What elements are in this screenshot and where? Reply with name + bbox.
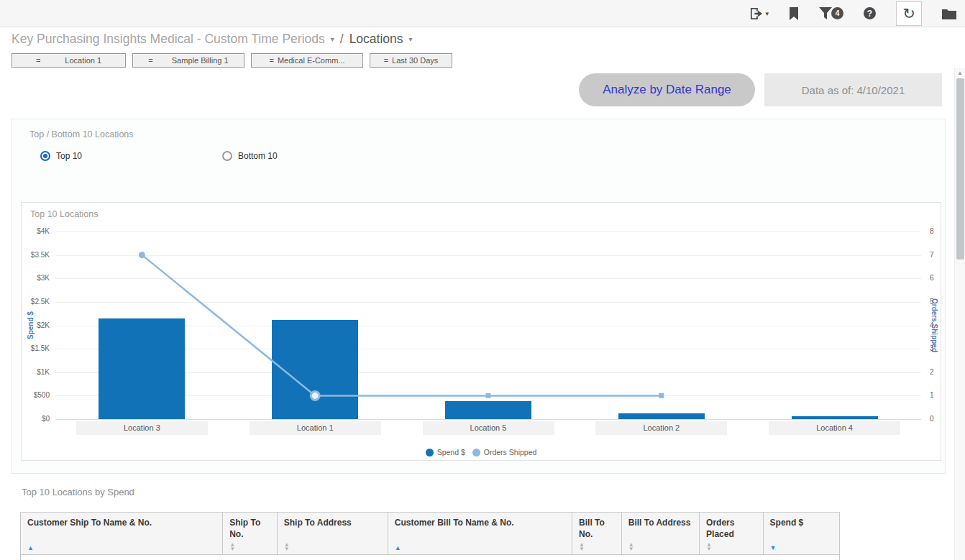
column-header[interactable]: Customer Bill To Name & No.▲ (388, 513, 572, 554)
chip-operator: = (270, 56, 274, 65)
chip-label: Medical E-Comm... (278, 56, 345, 65)
sort-unsorted-icon: ▲▼ (579, 543, 615, 551)
sort-asc-icon: ▲ (27, 544, 216, 551)
page-dropdown-locations[interactable]: Locations (349, 32, 403, 47)
column-header-label: Bill To No. (579, 517, 615, 540)
x-axis-category-label: Location 2 (595, 421, 727, 435)
left-axis-tick: $4K (19, 227, 50, 235)
right-axis-title: Orders Shipped (930, 231, 938, 419)
left-axis-tick: $1K (19, 368, 50, 376)
filter-chip[interactable]: =Last 30 Days (370, 53, 452, 68)
chip-label: Sample Billing 1 (172, 56, 229, 65)
filter-icon[interactable]: 4 (819, 7, 843, 19)
column-header-label: Customer Bill To Name & No. (395, 517, 565, 528)
column-header-label: Ship To No. (229, 517, 270, 540)
analyze-by-date-range-button[interactable]: Analyze by Date Range (579, 73, 755, 106)
left-axis-tick: $0 (19, 415, 50, 423)
chart-title: Top 10 Locations (30, 209, 99, 219)
line-point (139, 252, 145, 258)
table-title: Top 10 Locations by Spend (22, 487, 134, 497)
column-header[interactable]: Orders Placed▲▼ (700, 513, 764, 554)
left-axis-tick: $2K (19, 321, 50, 329)
top-10-locations-table: Customer Ship To Name & No.▲Ship To No.▲… (20, 512, 840, 560)
scroll-up-arrow-icon[interactable]: ▲ (955, 68, 965, 78)
legend-dot-icon (426, 449, 434, 456)
sort-unsorted-icon: ▲▼ (628, 543, 692, 551)
x-axis-category-label: Location 1 (250, 421, 381, 435)
top-bottom-radio-group: Top 10 Bottom 10 (40, 151, 278, 161)
column-header-label: Spend $ (770, 517, 833, 528)
table-row (20, 555, 840, 560)
breadcrumb: Key Purchasing Insights Medical - Custom… (12, 32, 413, 47)
column-header[interactable]: Bill To Address▲▼ (622, 513, 700, 554)
legend-dot-icon (472, 449, 480, 456)
vertical-scrollbar[interactable]: ▲ (954, 68, 965, 560)
left-axis-tick: $500 (19, 391, 50, 399)
left-axis-tick: $2.5K (19, 298, 50, 306)
radio-bottom-10[interactable]: Bottom 10 (222, 151, 278, 161)
chip-label: Location 1 (65, 56, 101, 65)
chevron-down-icon[interactable]: ▾ (331, 35, 334, 43)
panel-title: Top / Bottom 10 Locations (29, 129, 134, 139)
chart-legend: Spend $Orders Shipped (22, 448, 941, 456)
export-icon[interactable]: ▾ (749, 7, 769, 20)
column-header-label: Ship To Address (284, 517, 381, 528)
x-axis-category-label: Location 5 (423, 421, 554, 435)
line-point-highlighted (311, 391, 319, 400)
radio-selected-icon (40, 151, 50, 161)
folder-icon[interactable] (942, 8, 956, 19)
x-axis-category-label: Location 3 (76, 421, 208, 435)
scrollbar-thumb[interactable] (956, 78, 964, 260)
column-header[interactable]: Bill To No.▲▼ (572, 513, 622, 554)
gridline (55, 419, 921, 420)
left-axis-tick: $3.5K (19, 251, 50, 259)
x-axis-category-label: Location 4 (769, 421, 900, 435)
sort-asc-icon: ▲ (395, 544, 565, 551)
column-header[interactable]: Customer Ship To Name & No.▲ (21, 513, 223, 554)
line-point-square (659, 393, 664, 398)
orders-shipped-line[interactable] (55, 231, 921, 419)
report-title-dropdown[interactable]: Key Purchasing Insights Medical - Custom… (12, 32, 325, 47)
radio-unselected-icon (222, 151, 232, 161)
column-header[interactable]: Ship To No.▲▼ (223, 513, 278, 554)
bookmark-icon[interactable] (789, 7, 799, 20)
filter-chip[interactable]: =Medical E-Comm... (251, 53, 363, 68)
column-header-label: Customer Ship To Name & No. (27, 517, 216, 528)
filter-chip-row: =Location 1=Sample Billing 1=Medical E-C… (12, 53, 452, 68)
legend-item[interactable]: Spend $ (426, 448, 465, 456)
filter-chip[interactable]: =Location 1 (12, 53, 126, 68)
sort-unsorted-icon: ▲▼ (706, 543, 756, 551)
legend-label: Spend $ (437, 448, 465, 456)
export-caret-icon: ▾ (765, 10, 769, 17)
left-axis-tick: $3K (19, 274, 50, 282)
radio-top-10[interactable]: Top 10 (40, 151, 222, 161)
refresh-icon[interactable]: ↻ (896, 1, 922, 26)
data-as-of-label: Data as of: 4/10/2021 (764, 73, 942, 106)
sort-desc-icon: ▼ (770, 544, 833, 551)
sort-unsorted-icon: ▲▼ (284, 543, 381, 551)
legend-label: Orders Shipped (484, 448, 537, 456)
help-icon[interactable]: ? (864, 7, 876, 19)
column-header-label: Bill To Address (628, 517, 692, 528)
left-axis-tick: $1.5K (19, 344, 50, 352)
column-header[interactable]: Spend $▼ (764, 513, 839, 554)
top-bottom-locations-panel: Top / Bottom 10 Locations Top 10 Bottom … (11, 119, 946, 474)
column-header[interactable]: Ship To Address▲▼ (278, 513, 388, 554)
legend-item[interactable]: Orders Shipped (472, 448, 537, 456)
column-header-label: Orders Placed (706, 517, 756, 540)
table-header-row: Customer Ship To Name & No.▲Ship To No.▲… (20, 512, 840, 555)
filter-count-badge: 4 (831, 7, 843, 19)
chart-plot-area[interactable]: $4K8$3.5K7$3K6$2.5K5$2K4$1.5K3$1K2$5001$… (55, 231, 921, 419)
top-10-locations-chart-card: Top 10 Locations $4K8$3.5K7$3K6$2.5K5$2K… (21, 202, 941, 461)
chevron-down-icon[interactable]: ▾ (409, 35, 413, 43)
chip-operator: = (148, 56, 152, 65)
chip-operator: = (36, 56, 40, 65)
breadcrumb-separator: / (340, 32, 344, 47)
chip-operator: = (384, 56, 388, 65)
line-point-square (486, 393, 491, 398)
sort-unsorted-icon: ▲▼ (229, 543, 270, 551)
chip-label: Last 30 Days (392, 56, 438, 65)
filter-chip[interactable]: =Sample Billing 1 (132, 53, 244, 68)
top-toolbar: ▾ 4 ? ↻ (0, 0, 965, 27)
left-axis-title: Spend $ (27, 231, 35, 419)
